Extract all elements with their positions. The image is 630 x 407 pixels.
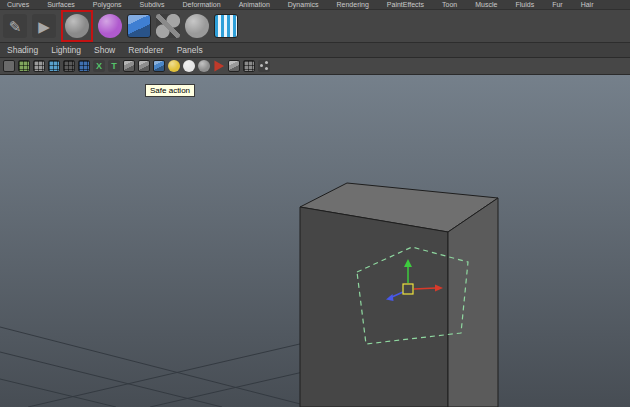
isolate-select-icon[interactable]	[213, 60, 225, 72]
shelf-tab-animation[interactable]: Animation	[239, 1, 270, 9]
select-tool-icon[interactable]	[3, 60, 15, 72]
pencil-curve-icon[interactable]: ✎	[3, 14, 27, 38]
safe-title-icon[interactable]: T	[108, 60, 120, 72]
panel-menu-renderer[interactable]: Renderer	[128, 45, 163, 55]
manipulator-x-axis[interactable]	[414, 288, 436, 289]
sculpt-sphere-icon[interactable]	[65, 14, 89, 38]
lighting-cube-icon[interactable]	[153, 60, 165, 72]
panel-menu-bar: ShadingLightingShowRendererPanels	[0, 43, 630, 58]
shelf-tab-deformation[interactable]: Deformation	[183, 1, 221, 9]
share-panel-icon[interactable]	[258, 60, 270, 72]
panel-menu-shading[interactable]: Shading	[7, 45, 38, 55]
viewport-canvas[interactable]	[0, 75, 630, 407]
safe-title-icon-glyph: T	[111, 62, 117, 71]
panel-menu-show[interactable]: Show	[94, 45, 115, 55]
xray-cube-icon[interactable]	[228, 60, 240, 72]
grid-display-icon[interactable]	[18, 60, 30, 72]
soft-mod-sphere-icon[interactable]	[98, 14, 122, 38]
maya-window: CurvesSurfacesPolygonsSubdivsDeformation…	[0, 0, 630, 407]
shelf-icon-row: ✎▶	[0, 10, 630, 43]
frame-selection-icon[interactable]	[138, 60, 150, 72]
frame-all-icon[interactable]	[123, 60, 135, 72]
shelf-tab-muscle[interactable]: Muscle	[475, 1, 497, 9]
round-tool-icon[interactable]	[185, 14, 209, 38]
shelf-tab-hair[interactable]: Hair	[581, 1, 594, 9]
shelf-tab-painteffects[interactable]: PaintEffects	[387, 1, 424, 9]
all-lights-sphere-icon[interactable]	[183, 60, 195, 72]
shelf-tab-rendering[interactable]: Rendering	[337, 1, 369, 9]
safe-action-icon[interactable]: X	[93, 60, 105, 72]
shelf-tab-bar: CurvesSurfacesPolygonsSubdivsDeformation…	[0, 0, 630, 10]
shelf-tab-fur[interactable]: Fur	[552, 1, 563, 9]
panel-menu-panels[interactable]: Panels	[177, 45, 203, 55]
gate-mask-icon[interactable]	[63, 60, 75, 72]
no-lights-sphere-icon[interactable]	[198, 60, 210, 72]
panel-toolbar: XT	[0, 58, 630, 75]
safe-action-icon-glyph: X	[96, 62, 102, 71]
field-chart-icon[interactable]	[78, 60, 90, 72]
cube-right-face[interactable]	[448, 198, 498, 407]
shelf-tab-dynamics[interactable]: Dynamics	[288, 1, 319, 9]
shelf-tab-polygons[interactable]: Polygons	[93, 1, 122, 9]
pencil-curve-icon-glyph: ✎	[9, 19, 22, 34]
shelf-tab-curves[interactable]: Curves	[7, 1, 29, 9]
shelf-tab-subdivs[interactable]: Subdivs	[140, 1, 165, 9]
arrow-tool-icon[interactable]: ▶	[32, 14, 56, 38]
default-light-sphere-icon[interactable]	[168, 60, 180, 72]
active-tool-highlight	[61, 10, 93, 42]
resolution-gate-icon[interactable]	[48, 60, 60, 72]
arrow-tool-icon-glyph: ▶	[38, 19, 50, 34]
viewport-panel[interactable]	[0, 75, 630, 407]
shelf-tab-fluids[interactable]: Fluids	[515, 1, 534, 9]
lattice-cube-icon[interactable]	[127, 14, 151, 38]
shelf-tab-surfaces[interactable]: Surfaces	[47, 1, 75, 9]
wireframe-shaded-icon[interactable]	[243, 60, 255, 72]
film-gate-icon[interactable]	[33, 60, 45, 72]
cube-front-face[interactable]	[300, 207, 448, 407]
fluid-stripes-icon[interactable]	[214, 14, 238, 38]
shelf-tab-toon[interactable]: Toon	[442, 1, 457, 9]
wrench-icon[interactable]	[156, 14, 180, 38]
panel-menu-lighting[interactable]: Lighting	[51, 45, 81, 55]
safe-action-tooltip: Safe action	[145, 84, 195, 97]
